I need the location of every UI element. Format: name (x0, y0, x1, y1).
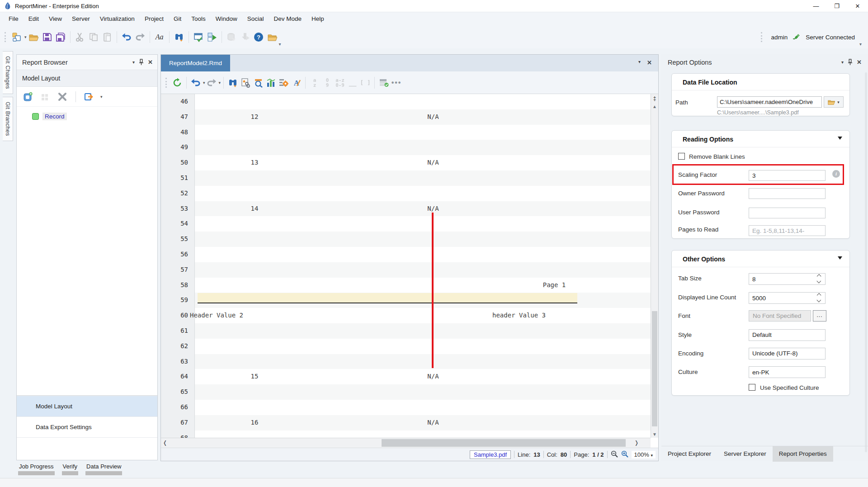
horizontal-scroll-thumb[interactable] (382, 439, 626, 447)
path-input[interactable] (717, 96, 822, 108)
redo-dropdown-icon[interactable]: ▾ (219, 80, 221, 85)
menu-item-help[interactable]: Help (307, 12, 329, 26)
menu-item-server[interactable]: Server (67, 12, 95, 26)
table-check-button[interactable] (377, 76, 390, 90)
pin-icon[interactable] (139, 59, 144, 66)
import-button[interactable] (238, 30, 252, 44)
document-line-64[interactable]: 15N/A (195, 369, 651, 384)
undo-button[interactable] (120, 30, 133, 44)
paste-button[interactable] (100, 30, 114, 44)
document-line-57[interactable] (195, 262, 651, 278)
document-line-62[interactable] (195, 339, 651, 354)
document-line-54[interactable] (195, 216, 651, 232)
tab-size-input[interactable] (749, 273, 826, 285)
remove-blank-lines-checkbox[interactable] (678, 153, 685, 160)
open-project-button[interactable] (265, 30, 279, 44)
run-preview-button[interactable] (205, 30, 219, 44)
new-report-button[interactable] (10, 30, 24, 44)
menu-item-view[interactable]: View (44, 12, 67, 26)
file-name-chip[interactable]: Sample3.pdf (470, 450, 511, 459)
zoom-in-button[interactable] (621, 450, 628, 459)
find-button[interactable] (226, 76, 239, 90)
use-specified-culture-checkbox[interactable] (749, 384, 755, 391)
help-button[interactable]: ? (252, 30, 265, 44)
scroll-up-icon[interactable]: ▲ (651, 104, 658, 109)
menu-item-dev-mode[interactable]: Dev Mode (269, 12, 307, 26)
add-record-button[interactable] (21, 90, 35, 104)
encoding-dropdown[interactable]: Unicode (UTF-8) (749, 348, 826, 359)
add-field-button[interactable] (38, 90, 52, 104)
menu-item-edit[interactable]: Edit (24, 12, 44, 26)
collapse-section-icon[interactable] (838, 137, 842, 140)
save-all-button[interactable] (54, 30, 67, 44)
document-line-66[interactable] (195, 400, 651, 415)
toolbar-overflow-button[interactable]: ▾ (279, 42, 281, 47)
pin-icon[interactable] (848, 59, 853, 66)
new-report-dropdown-icon[interactable]: ▾ (24, 35, 27, 39)
menu-item-tools[interactable]: Tools (186, 12, 211, 26)
copy-button[interactable] (87, 30, 100, 44)
refresh-button[interactable] (171, 76, 184, 90)
brackets-button[interactable]: [ ] (359, 76, 372, 90)
validate-window-button[interactable] (192, 30, 205, 44)
toolbar-grip[interactable] (5, 32, 6, 42)
menu-item-virtualization[interactable]: Virtualization (95, 12, 140, 26)
browse-dropdown-icon[interactable]: ▾ (837, 100, 840, 104)
scroll-down-icon[interactable]: ▼ (651, 432, 658, 437)
side-tab-git-branches[interactable]: Git Branches (3, 97, 13, 141)
document-line-49[interactable] (195, 140, 651, 155)
tab-reportmodel2[interactable]: ReportModel2.Rmd (161, 55, 230, 71)
style-dropdown[interactable]: Default (749, 329, 826, 341)
panel-menu-icon[interactable]: ▾ (841, 60, 844, 65)
tab-size-stepper[interactable] (816, 274, 822, 284)
field-properties-button[interactable] (239, 76, 252, 90)
scroll-left-icon[interactable]: ❬ (163, 440, 167, 446)
menu-item-social[interactable]: Social (242, 12, 269, 26)
document-line-48[interactable] (195, 125, 651, 140)
document-line-65[interactable] (195, 384, 651, 400)
panel-scrollbar[interactable] (865, 72, 867, 452)
horizontal-scrollbar[interactable]: ❬ ❭ (161, 438, 651, 448)
more-options-button[interactable]: ••• (390, 76, 403, 90)
document-line-63[interactable] (195, 354, 651, 369)
bottom-tab-data-preview[interactable]: Data Preview (85, 462, 122, 475)
redo-button[interactable] (133, 30, 147, 44)
delete-node-button[interactable] (56, 90, 69, 104)
panel-close-icon[interactable]: ✕ (857, 59, 862, 66)
tab-project-explorer[interactable]: Project Explorer (661, 446, 717, 462)
vertical-scroll-thumb[interactable] (652, 311, 657, 426)
font-browse-button[interactable]: ... (813, 310, 826, 322)
menu-item-window[interactable]: Window (211, 12, 242, 26)
menu-item-project[interactable]: Project (140, 12, 169, 26)
find-button[interactable] (172, 30, 186, 44)
scroll-right-icon[interactable]: ❭ (634, 440, 639, 446)
tree-item-record[interactable]: Record (17, 110, 157, 122)
panel-menu-icon[interactable]: ▾ (132, 60, 135, 65)
document-line-68[interactable] (195, 430, 651, 438)
tab-close-icon[interactable]: ✕ (647, 59, 652, 66)
tab-report-properties[interactable]: Report Properties (773, 446, 833, 462)
splitter-handle-icon[interactable]: ‡ (651, 95, 658, 103)
owner-password-input[interactable] (749, 188, 826, 199)
redo-button[interactable] (205, 76, 218, 90)
font-button[interactable]: Aa (153, 30, 166, 44)
menu-item-file[interactable]: File (4, 12, 24, 26)
pattern-preview-button[interactable] (252, 76, 264, 90)
document-line-55[interactable] (195, 232, 651, 247)
document-line-56[interactable] (195, 247, 651, 262)
undo-dropdown-icon[interactable]: ▾ (203, 80, 205, 85)
panel-close-icon[interactable]: ✕ (148, 59, 153, 66)
tab-server-explorer[interactable]: Server Explorer (717, 446, 773, 462)
displayed-line-count-input[interactable] (749, 292, 826, 304)
edit-font-button[interactable]: A (290, 76, 302, 90)
save-button[interactable] (40, 30, 54, 44)
document-line-60[interactable]: Header Value 2header Value 3 (195, 308, 651, 323)
document-line-51[interactable] (195, 170, 651, 186)
toolbar-grip[interactable] (761, 32, 763, 42)
document-line-50[interactable]: 13N/A (195, 155, 651, 170)
bottom-tab-verify[interactable]: Verify (62, 462, 79, 475)
cut-button[interactable] (73, 30, 87, 44)
displayed-line-count-stepper[interactable] (816, 293, 822, 303)
statistics-button[interactable] (264, 76, 277, 90)
open-file-button[interactable] (27, 30, 40, 44)
